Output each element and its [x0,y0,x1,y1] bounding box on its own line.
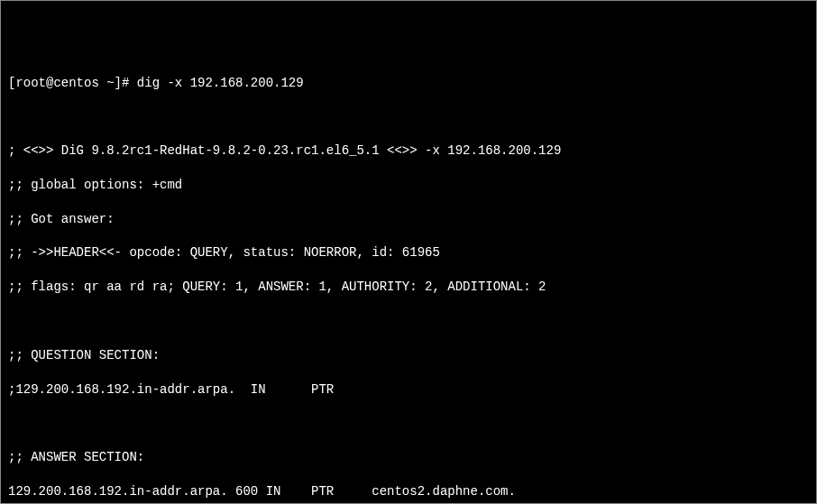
blank-line [8,313,809,330]
dig-banner: ; <<>> DiG 9.8.2rc1-RedHat-9.8.2-0.23.rc… [8,142,809,160]
shell-prompt: [root@centos ~]# [8,76,129,90]
prompt-line-1: [root@centos ~]# dig -x 192.168.200.129 [8,75,809,92]
question-row: ;129.200.168.192.in-addr.arpa. IN PTR [8,381,809,399]
global-options: ;; global options: +cmd [8,177,809,194]
header-line: ;; ->>HEADER<<- opcode: QUERY, status: N… [8,244,809,261]
command-text: dig -x 192.168.200.129 [137,76,304,90]
answer-row: 129.200.168.192.in-addr.arpa. 600 IN PTR… [8,483,809,500]
terminal-window[interactable]: { "prompt1": { "user_host": "[root@cento… [0,0,817,504]
blank-line [8,108,809,125]
blank-line [8,415,809,432]
flags-line: ;; flags: qr aa rd ra; QUERY: 1, ANSWER:… [8,279,809,296]
got-answer: ;; Got answer: [8,211,809,228]
question-section-header: ;; QUESTION SECTION: [8,347,809,364]
answer-section-header: ;; ANSWER SECTION: [8,449,809,466]
